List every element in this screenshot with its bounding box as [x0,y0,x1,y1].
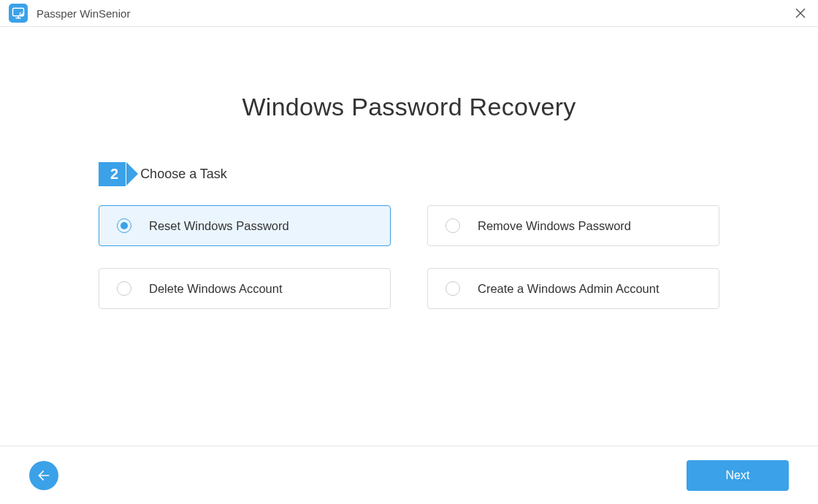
task-label: Remove Windows Password [478,219,631,233]
step-number-badge: 2 [99,162,126,186]
radio-icon [446,281,460,296]
radio-icon [117,218,131,233]
radio-dot-icon [121,222,128,229]
next-button[interactable]: Next [687,460,789,491]
step-label: Choose a Task [140,167,227,182]
task-grid: Reset Windows Password Remove Windows Pa… [99,205,719,309]
task-label: Delete Windows Account [149,282,283,296]
task-option-create[interactable]: Create a Windows Admin Account [427,268,719,309]
arrow-left-icon [37,468,51,483]
radio-icon [446,218,460,233]
close-button[interactable] [793,6,808,20]
task-label: Create a Windows Admin Account [478,282,660,296]
task-label: Reset Windows Password [149,219,289,233]
task-option-delete[interactable]: Delete Windows Account [99,268,391,309]
back-button[interactable] [29,461,58,490]
page-title: Windows Password Recovery [0,93,818,121]
app-icon [9,4,28,23]
title-bar: Passper WinSenior [0,0,818,27]
task-option-reset[interactable]: Reset Windows Password [99,205,391,246]
app-title: Passper WinSenior [37,7,130,20]
close-icon [795,8,806,18]
footer: Next [0,446,818,504]
main-content: Windows Password Recovery 2 Choose a Tas… [0,27,818,309]
radio-icon [117,281,131,296]
step-header: 2 Choose a Task [99,162,719,186]
container: 2 Choose a Task Reset Windows Password R… [99,162,719,309]
task-option-remove[interactable]: Remove Windows Password [427,205,719,246]
